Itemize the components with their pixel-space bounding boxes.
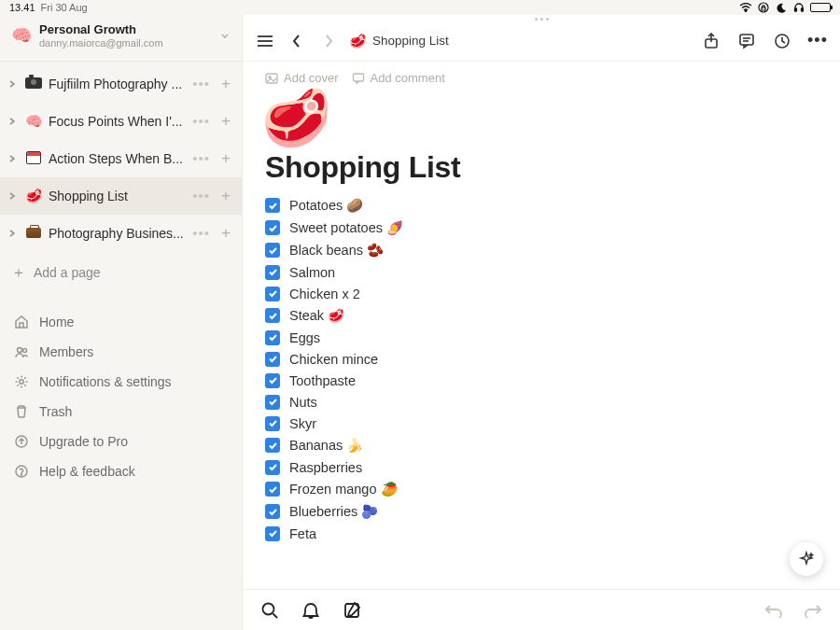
page-more-button[interactable]: ••• <box>190 113 212 129</box>
status-date: Fri 30 Aug <box>41 2 88 13</box>
todo-item[interactable]: Bananas 🍌 <box>265 434 840 456</box>
todo-item[interactable]: Nuts <box>265 391 840 413</box>
workspace-subtitle: danny.maiorca@gmail.com <box>39 37 212 49</box>
nav-item-home[interactable]: Home <box>0 307 242 337</box>
ai-fab-button[interactable] <box>790 542 823 576</box>
todo-checkbox[interactable] <box>265 198 280 213</box>
breadcrumb-icon: 🥩 <box>349 33 367 49</box>
more-button[interactable]: ••• <box>806 30 829 52</box>
page-more-button[interactable]: ••• <box>190 225 212 241</box>
svg-rect-3 <box>795 8 797 11</box>
page-add-child-button[interactable]: + <box>217 224 234 243</box>
nav-item-help[interactable]: Help & feedback <box>0 456 242 486</box>
page-add-child-button[interactable]: + <box>217 112 234 131</box>
todo-checkbox[interactable] <box>265 373 280 388</box>
nav-item-upgrade[interactable]: Upgrade to Pro <box>0 427 242 456</box>
document-scroll[interactable]: Add cover Add comment 🥩 Shopping List Po… <box>243 62 840 589</box>
share-button[interactable] <box>700 30 722 52</box>
todo-item[interactable]: Steak 🥩 <box>265 304 840 327</box>
undo-button[interactable] <box>763 600 784 621</box>
todo-checkbox[interactable] <box>265 265 280 280</box>
page-more-button[interactable]: ••• <box>190 188 212 203</box>
todo-text: Steak 🥩 <box>289 308 344 324</box>
workspace-icon: 🧠 <box>11 25 32 46</box>
redo-button[interactable] <box>803 600 823 621</box>
add-comment-button[interactable]: Add comment <box>352 71 445 85</box>
sidebar-page-item[interactable]: Action Steps When B...•••+ <box>0 140 242 177</box>
page-more-button[interactable]: ••• <box>190 76 212 91</box>
todo-list: Potatoes 🥔Sweet potatoes 🍠Black beans 🫘S… <box>243 194 840 563</box>
todo-checkbox[interactable] <box>265 287 280 301</box>
topbar: 🥩 Shopping List ••• <box>243 21 840 62</box>
breadcrumb-label: Shopping List <box>372 34 449 48</box>
forward-button[interactable] <box>317 30 340 52</box>
headphones-icon <box>792 2 805 13</box>
todo-item[interactable]: Feta <box>265 523 840 544</box>
plus-icon: ＋ <box>11 263 26 283</box>
page-more-button[interactable]: ••• <box>190 150 212 166</box>
search-button[interactable] <box>259 600 280 621</box>
page-add-child-button[interactable]: + <box>217 187 234 205</box>
todo-checkbox[interactable] <box>265 504 280 519</box>
todo-item[interactable]: Eggs <box>265 327 840 348</box>
expand-chevron-icon[interactable] <box>6 191 19 201</box>
add-cover-button[interactable]: Add cover <box>265 71 339 85</box>
page-emoji-icon: 🥩 <box>24 188 43 204</box>
add-cover-label: Add cover <box>284 71 339 85</box>
todo-checkbox[interactable] <box>265 243 280 258</box>
todo-item[interactable]: Toothpaste <box>265 370 840 391</box>
nav-item-settings[interactable]: Notifications & settings <box>0 367 242 397</box>
page-add-child-button[interactable]: + <box>217 75 234 93</box>
nav-label: Upgrade to Pro <box>39 434 128 449</box>
expand-chevron-icon[interactable] <box>6 117 19 126</box>
main-area: 🥩 Shopping List ••• <box>243 15 840 630</box>
todo-item[interactable]: Salmon <box>265 261 840 283</box>
todo-checkbox[interactable] <box>265 416 280 431</box>
todo-item[interactable]: Skyr <box>265 413 840 434</box>
todo-item[interactable]: Black beans 🫘 <box>265 239 840 261</box>
todo-text: Feta <box>289 526 316 541</box>
page-emoji-icon: 🧠 <box>24 113 43 130</box>
nav-item-trash[interactable]: Trash <box>0 397 242 427</box>
updates-button[interactable] <box>771 30 793 52</box>
todo-item[interactable]: Frozen mango 🥭 <box>265 478 840 500</box>
expand-chevron-icon[interactable] <box>6 229 19 238</box>
workspace-switcher[interactable]: 🧠 Personal Growth danny.maiorca@gmail.co… <box>0 15 242 57</box>
todo-text: Blueberries 🫐 <box>289 504 378 520</box>
expand-chevron-icon[interactable] <box>6 154 19 163</box>
upgrade-icon <box>13 434 30 449</box>
back-button[interactable] <box>286 30 308 52</box>
page-icon[interactable]: 🥩 <box>243 89 840 150</box>
todo-checkbox[interactable] <box>265 526 280 541</box>
todo-item[interactable]: Blueberries 🫐 <box>265 500 840 523</box>
sidebar-toggle-button[interactable] <box>254 30 276 52</box>
todo-item[interactable]: Raspberries <box>265 456 840 478</box>
add-page-button[interactable]: ＋ Add a page <box>0 252 242 294</box>
todo-text: Potatoes 🥔 <box>289 198 363 214</box>
comments-button[interactable] <box>735 30 758 52</box>
todo-checkbox[interactable] <box>265 460 280 475</box>
todo-checkbox[interactable] <box>265 482 280 497</box>
todo-item[interactable]: Sweet potatoes 🍠 <box>265 217 840 239</box>
todo-item[interactable]: Chicken x 2 <box>265 283 840 304</box>
todo-checkbox[interactable] <box>265 220 280 235</box>
expand-chevron-icon[interactable] <box>6 79 19 89</box>
sidebar-page-item[interactable]: 🧠Focus Points When I'...•••+ <box>0 103 242 140</box>
sidebar-page-item[interactable]: Fujfiilm Photography ...•••+ <box>0 65 242 103</box>
todo-checkbox[interactable] <box>265 330 280 345</box>
todo-checkbox[interactable] <box>265 352 280 367</box>
svg-line-23 <box>273 613 278 618</box>
breadcrumb[interactable]: 🥩 Shopping List <box>349 33 449 49</box>
nav-item-members[interactable]: Members <box>0 337 242 367</box>
sidebar-page-item[interactable]: 🥩Shopping List•••+ <box>0 177 242 215</box>
todo-item[interactable]: Potatoes 🥔 <box>265 194 840 217</box>
compose-button[interactable] <box>342 600 362 621</box>
todo-checkbox[interactable] <box>265 395 280 410</box>
page-title[interactable]: Shopping List <box>243 150 840 194</box>
todo-item[interactable]: Chicken mince <box>265 348 840 370</box>
todo-checkbox[interactable] <box>265 438 280 453</box>
inbox-button[interactable] <box>301 600 321 621</box>
sidebar-page-item[interactable]: Photography Busines...•••+ <box>0 215 242 252</box>
todo-checkbox[interactable] <box>265 308 280 323</box>
page-add-child-button[interactable]: + <box>217 149 234 168</box>
